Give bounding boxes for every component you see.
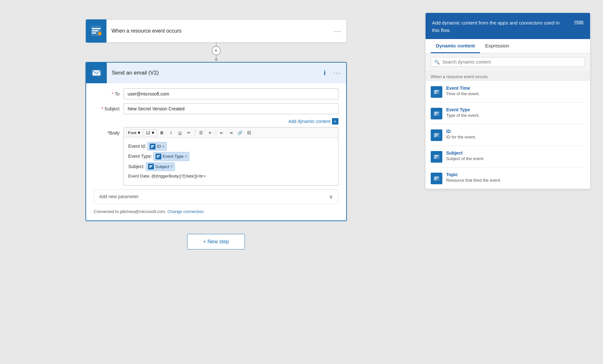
change-connection-link[interactable]: Change connection. <box>167 209 205 214</box>
add-step-button[interactable]: + <box>212 46 221 55</box>
svg-rect-23 <box>434 113 437 114</box>
connector-line-bottom <box>216 55 216 59</box>
connection-info: Connected to jalichwa@microsoft.com. Cha… <box>94 207 338 215</box>
topic-icon <box>431 173 442 184</box>
add-param-label: Add new parameter <box>99 194 139 199</box>
panel-search-area: 🔍 <box>426 53 590 71</box>
svg-rect-18 <box>434 90 439 91</box>
svg-rect-2 <box>92 30 98 31</box>
event-id-line: Event Id: ID × <box>128 142 334 151</box>
toolbar-divider-2 <box>216 130 216 136</box>
email-more-button[interactable]: ··· <box>328 69 346 76</box>
search-icon: 🔍 <box>434 59 440 65</box>
svg-rect-34 <box>434 177 439 177</box>
event-id-chip-icon <box>150 144 156 149</box>
add-param-row[interactable]: Add new parameter ∨ <box>94 189 338 204</box>
body-label: *Body <box>94 127 120 136</box>
panel-item-topic[interactable]: Topic Resource that fired the event. <box>431 167 585 189</box>
subject-field-row: *Subject <box>94 103 338 114</box>
trigger-more-button[interactable]: ··· <box>329 27 347 35</box>
add-dynamic-row: Add dynamic content + <box>94 118 338 125</box>
new-step-button[interactable]: + New step <box>187 234 245 249</box>
dynamic-panel: Add dynamic content from the apps and co… <box>426 13 590 189</box>
svg-rect-9 <box>151 146 154 147</box>
event-time-icon <box>431 86 442 98</box>
email-header: Send an email (V2) ℹ ··· <box>86 63 346 83</box>
svg-rect-15 <box>149 166 152 167</box>
ordered-list-button[interactable]: ≡ <box>206 129 214 136</box>
event-type-chip-icon <box>156 154 161 159</box>
panel-hide-button[interactable]: Hide <box>568 19 584 25</box>
underline-button[interactable]: U <box>176 129 184 136</box>
add-dynamic-plus-icon: + <box>332 118 338 125</box>
link-button[interactable]: 🔗 <box>236 129 244 136</box>
svg-rect-14 <box>149 165 153 166</box>
align-right-button[interactable]: ⇥ <box>227 129 235 136</box>
unlink-button[interactable]: ⛓ <box>245 129 253 136</box>
search-input[interactable] <box>442 59 581 65</box>
panel-items: Event Time Time of the event. Event Type… <box>426 81 590 189</box>
event-id-chip-close[interactable]: × <box>162 145 165 148</box>
unordered-list-button[interactable]: ☰ <box>197 129 205 136</box>
param-chevron-icon: ∨ <box>329 194 333 200</box>
body-toolbar: Font ▼ 12 ▼ B I U ✏ ☰ ≡ <box>124 127 338 138</box>
event-type-text: Event Type Type of the event. <box>446 107 479 118</box>
panel-section-header: When a resource event occurs <box>426 71 590 81</box>
subject-line: Subject: Subject × <box>128 162 334 171</box>
svg-rect-36 <box>434 179 436 180</box>
new-step-area: + New step <box>187 234 245 249</box>
svg-rect-35 <box>434 178 437 179</box>
subject-chip-icon <box>148 164 154 169</box>
panel-item-subject[interactable]: Subject Subject of the event. <box>431 146 585 167</box>
tab-expression[interactable]: Expression <box>480 39 514 53</box>
email-step-block: Send an email (V2) ℹ ··· *To *Subject <box>85 62 347 221</box>
panel-header-text: Add dynamic content from the apps and co… <box>432 19 568 34</box>
id-icon <box>431 129 442 141</box>
svg-rect-27 <box>434 135 437 136</box>
panel-item-event-type[interactable]: Event Type Type of the event. <box>431 103 585 124</box>
subject-chip[interactable]: Subject × <box>146 162 175 171</box>
bold-button[interactable]: B <box>158 129 166 136</box>
panel-item-event-time[interactable]: Event Time Time of the event. <box>431 81 585 103</box>
event-time-text: Event Time Time of the event. <box>446 86 480 96</box>
event-data-line: Event Data: @{triggerBody()?['data']}<br… <box>128 172 334 180</box>
subject-chip-close[interactable]: × <box>170 165 173 168</box>
subject-label: *Subject <box>94 106 120 111</box>
svg-rect-16 <box>149 167 151 168</box>
panel-header: Add dynamic content from the apps and co… <box>426 13 590 39</box>
font-selector[interactable]: Font ▼ <box>126 129 143 136</box>
svg-rect-22 <box>434 112 439 113</box>
to-label: *To <box>94 91 120 96</box>
event-data-code: Event Data: @{triggerBody()?['data']}<br… <box>128 172 206 180</box>
font-size-selector[interactable]: 12 ▼ <box>144 129 156 136</box>
topic-text: Topic Resource that fired the event. <box>446 172 501 183</box>
to-field-row: *To <box>94 88 338 99</box>
event-type-chip-close[interactable]: × <box>185 155 187 158</box>
add-dynamic-button[interactable]: Add dynamic content + <box>288 118 338 125</box>
event-type-chip[interactable]: Event Type × <box>153 152 189 161</box>
flow-area: ! When a resource event occurs ··· + Sen… <box>13 13 419 351</box>
id-text: ID ID for the event. <box>446 129 476 139</box>
editor-content[interactable]: Event Id: ID × Event Type: <box>124 138 338 185</box>
email-body: *To *Subject Add dynamic content + <box>86 83 346 220</box>
connector: + <box>212 43 221 62</box>
search-box: 🔍 <box>431 57 585 67</box>
align-left-button[interactable]: ⇤ <box>218 129 226 136</box>
pen-button[interactable]: ✏ <box>185 129 193 136</box>
svg-rect-31 <box>434 157 437 157</box>
subject-input[interactable] <box>124 103 338 114</box>
email-step-icon <box>86 63 107 83</box>
panel-item-id[interactable]: ID ID for the event. <box>431 124 585 146</box>
svg-rect-28 <box>434 136 436 137</box>
body-editor[interactable]: Font ▼ 12 ▼ B I U ✏ ☰ ≡ <box>124 127 338 186</box>
svg-rect-13 <box>157 157 158 158</box>
svg-rect-7 <box>93 70 100 76</box>
event-id-chip[interactable]: ID × <box>147 142 167 151</box>
email-info-button[interactable]: ℹ <box>321 69 328 76</box>
tab-dynamic-content[interactable]: Dynamic content <box>431 39 480 53</box>
to-input[interactable] <box>124 88 338 99</box>
subject-line-label: Subject: <box>128 163 145 171</box>
italic-button[interactable]: I <box>167 129 175 136</box>
svg-rect-20 <box>434 93 436 94</box>
body-field-row: *Body Font ▼ 12 ▼ B I <box>94 127 338 186</box>
